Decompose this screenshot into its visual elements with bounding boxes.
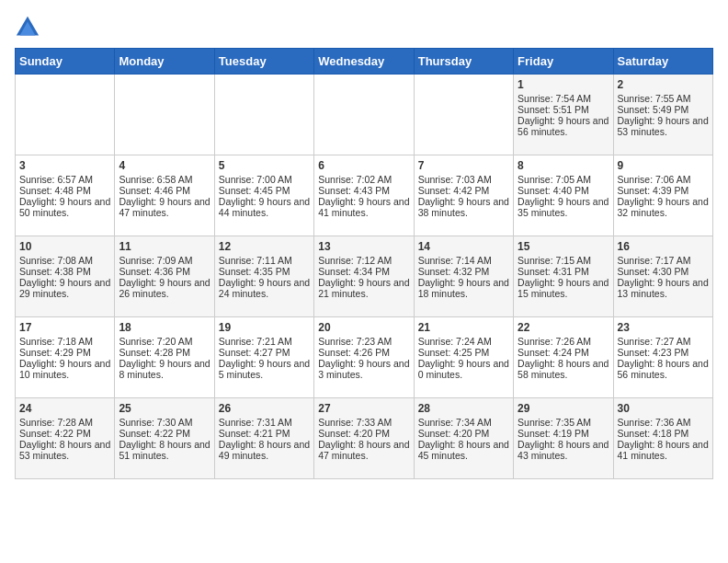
day-info: Sunrise: 7:28 AM Sunset: 4:22 PM Dayligh… (19, 417, 110, 461)
calendar-cell: 16Sunrise: 7:17 AM Sunset: 4:30 PM Dayli… (613, 236, 712, 317)
day-number: 10 (19, 240, 110, 253)
calendar-cell: 14Sunrise: 7:14 AM Sunset: 4:32 PM Dayli… (414, 236, 513, 317)
calendar-cell: 7Sunrise: 7:03 AM Sunset: 4:42 PM Daylig… (414, 155, 513, 236)
day-info: Sunrise: 7:26 AM Sunset: 4:24 PM Dayligh… (518, 336, 609, 380)
calendar-cell: 4Sunrise: 6:58 AM Sunset: 4:46 PM Daylig… (115, 155, 214, 236)
calendar-cell: 27Sunrise: 7:33 AM Sunset: 4:20 PM Dayli… (314, 398, 414, 479)
day-of-week-header: Thursday (414, 49, 513, 75)
day-of-week-header: Saturday (613, 49, 712, 75)
day-of-week-header: Monday (115, 49, 214, 75)
logo-icon (15, 15, 40, 40)
calendar-cell (314, 75, 414, 155)
day-number: 16 (618, 240, 709, 253)
day-number: 25 (119, 402, 210, 415)
day-info: Sunrise: 7:30 AM Sunset: 4:22 PM Dayligh… (119, 417, 210, 461)
day-number: 26 (219, 402, 310, 415)
calendar-week-row: 17Sunrise: 7:18 AM Sunset: 4:29 PM Dayli… (16, 317, 713, 398)
calendar-cell: 25Sunrise: 7:30 AM Sunset: 4:22 PM Dayli… (115, 398, 214, 479)
calendar-cell: 11Sunrise: 7:09 AM Sunset: 4:36 PM Dayli… (115, 236, 214, 317)
day-info: Sunrise: 7:05 AM Sunset: 4:40 PM Dayligh… (518, 174, 609, 218)
day-info: Sunrise: 7:06 AM Sunset: 4:39 PM Dayligh… (618, 174, 709, 218)
day-info: Sunrise: 7:34 AM Sunset: 4:20 PM Dayligh… (418, 417, 509, 461)
calendar-cell: 8Sunrise: 7:05 AM Sunset: 4:40 PM Daylig… (514, 155, 613, 236)
day-number: 30 (618, 402, 709, 415)
calendar-cell: 15Sunrise: 7:15 AM Sunset: 4:31 PM Dayli… (514, 236, 613, 317)
calendar-cell: 9Sunrise: 7:06 AM Sunset: 4:39 PM Daylig… (613, 155, 712, 236)
day-number: 28 (418, 402, 509, 415)
header-row: SundayMondayTuesdayWednesdayThursdayFrid… (16, 49, 713, 75)
calendar-cell: 17Sunrise: 7:18 AM Sunset: 4:29 PM Dayli… (16, 317, 115, 398)
day-info: Sunrise: 7:03 AM Sunset: 4:42 PM Dayligh… (418, 174, 509, 218)
day-number: 4 (119, 159, 210, 172)
calendar-cell: 19Sunrise: 7:21 AM Sunset: 4:27 PM Dayli… (214, 317, 313, 398)
day-number: 23 (618, 321, 709, 334)
day-number: 12 (219, 240, 310, 253)
day-number: 15 (518, 240, 609, 253)
calendar-cell: 13Sunrise: 7:12 AM Sunset: 4:34 PM Dayli… (314, 236, 414, 317)
day-number: 5 (219, 159, 310, 172)
calendar-cell: 2Sunrise: 7:55 AM Sunset: 5:49 PM Daylig… (613, 75, 712, 155)
day-info: Sunrise: 7:09 AM Sunset: 4:36 PM Dayligh… (119, 255, 210, 299)
calendar-cell: 29Sunrise: 7:35 AM Sunset: 4:19 PM Dayli… (514, 398, 613, 479)
calendar-cell: 23Sunrise: 7:27 AM Sunset: 4:23 PM Dayli… (613, 317, 712, 398)
day-number: 1 (518, 78, 609, 91)
page-header (15, 15, 713, 40)
calendar-cell: 5Sunrise: 7:00 AM Sunset: 4:45 PM Daylig… (214, 155, 313, 236)
day-number: 13 (318, 240, 409, 253)
calendar-cell (414, 75, 513, 155)
day-number: 17 (19, 321, 110, 334)
day-info: Sunrise: 7:21 AM Sunset: 4:27 PM Dayligh… (219, 336, 310, 380)
day-number: 24 (19, 402, 110, 415)
calendar-week-row: 10Sunrise: 7:08 AM Sunset: 4:38 PM Dayli… (16, 236, 713, 317)
day-number: 20 (318, 321, 409, 334)
day-number: 19 (219, 321, 310, 334)
calendar-cell: 21Sunrise: 7:24 AM Sunset: 4:25 PM Dayli… (414, 317, 513, 398)
calendar-week-row: 1Sunrise: 7:54 AM Sunset: 5:51 PM Daylig… (16, 75, 713, 155)
day-info: Sunrise: 7:11 AM Sunset: 4:35 PM Dayligh… (219, 255, 310, 299)
day-number: 29 (518, 402, 609, 415)
day-info: Sunrise: 6:58 AM Sunset: 4:46 PM Dayligh… (119, 174, 210, 218)
day-number: 27 (318, 402, 409, 415)
calendar-cell (214, 75, 313, 155)
calendar-cell: 26Sunrise: 7:31 AM Sunset: 4:21 PM Dayli… (214, 398, 313, 479)
calendar-cell: 24Sunrise: 7:28 AM Sunset: 4:22 PM Dayli… (16, 398, 115, 479)
calendar-week-row: 24Sunrise: 7:28 AM Sunset: 4:22 PM Dayli… (16, 398, 713, 479)
day-info: Sunrise: 7:31 AM Sunset: 4:21 PM Dayligh… (219, 417, 310, 461)
day-info: Sunrise: 7:15 AM Sunset: 4:31 PM Dayligh… (518, 255, 609, 299)
calendar-cell: 1Sunrise: 7:54 AM Sunset: 5:51 PM Daylig… (514, 75, 613, 155)
day-number: 14 (418, 240, 509, 253)
calendar-header: SundayMondayTuesdayWednesdayThursdayFrid… (16, 49, 713, 75)
day-number: 7 (418, 159, 509, 172)
calendar-cell: 12Sunrise: 7:11 AM Sunset: 4:35 PM Dayli… (214, 236, 313, 317)
calendar-cell: 28Sunrise: 7:34 AM Sunset: 4:20 PM Dayli… (414, 398, 513, 479)
day-of-week-header: Sunday (16, 49, 115, 75)
day-info: Sunrise: 7:14 AM Sunset: 4:32 PM Dayligh… (418, 255, 509, 299)
day-info: Sunrise: 7:17 AM Sunset: 4:30 PM Dayligh… (618, 255, 709, 299)
calendar-week-row: 3Sunrise: 6:57 AM Sunset: 4:48 PM Daylig… (16, 155, 713, 236)
day-info: Sunrise: 7:54 AM Sunset: 5:51 PM Dayligh… (518, 93, 609, 137)
calendar-cell: 30Sunrise: 7:36 AM Sunset: 4:18 PM Dayli… (613, 398, 712, 479)
calendar-cell: 10Sunrise: 7:08 AM Sunset: 4:38 PM Dayli… (16, 236, 115, 317)
day-info: Sunrise: 7:18 AM Sunset: 4:29 PM Dayligh… (19, 336, 110, 380)
day-of-week-header: Friday (514, 49, 613, 75)
day-info: Sunrise: 7:20 AM Sunset: 4:28 PM Dayligh… (119, 336, 210, 380)
day-number: 11 (119, 240, 210, 253)
day-of-week-header: Tuesday (214, 49, 313, 75)
calendar-cell: 6Sunrise: 7:02 AM Sunset: 4:43 PM Daylig… (314, 155, 414, 236)
calendar-cell: 3Sunrise: 6:57 AM Sunset: 4:48 PM Daylig… (16, 155, 115, 236)
day-info: Sunrise: 7:00 AM Sunset: 4:45 PM Dayligh… (219, 174, 310, 218)
day-info: Sunrise: 6:57 AM Sunset: 4:48 PM Dayligh… (19, 174, 110, 218)
day-number: 9 (618, 159, 709, 172)
calendar-cell (115, 75, 214, 155)
day-info: Sunrise: 7:55 AM Sunset: 5:49 PM Dayligh… (618, 93, 709, 137)
day-number: 22 (518, 321, 609, 334)
calendar-cell (16, 75, 115, 155)
day-info: Sunrise: 7:23 AM Sunset: 4:26 PM Dayligh… (318, 336, 409, 380)
day-info: Sunrise: 7:08 AM Sunset: 4:38 PM Dayligh… (19, 255, 110, 299)
day-number: 2 (618, 78, 709, 91)
calendar-body: 1Sunrise: 7:54 AM Sunset: 5:51 PM Daylig… (16, 75, 713, 479)
calendar-cell: 20Sunrise: 7:23 AM Sunset: 4:26 PM Dayli… (314, 317, 414, 398)
day-info: Sunrise: 7:27 AM Sunset: 4:23 PM Dayligh… (618, 336, 709, 380)
calendar-table: SundayMondayTuesdayWednesdayThursdayFrid… (15, 48, 713, 479)
day-info: Sunrise: 7:24 AM Sunset: 4:25 PM Dayligh… (418, 336, 509, 380)
